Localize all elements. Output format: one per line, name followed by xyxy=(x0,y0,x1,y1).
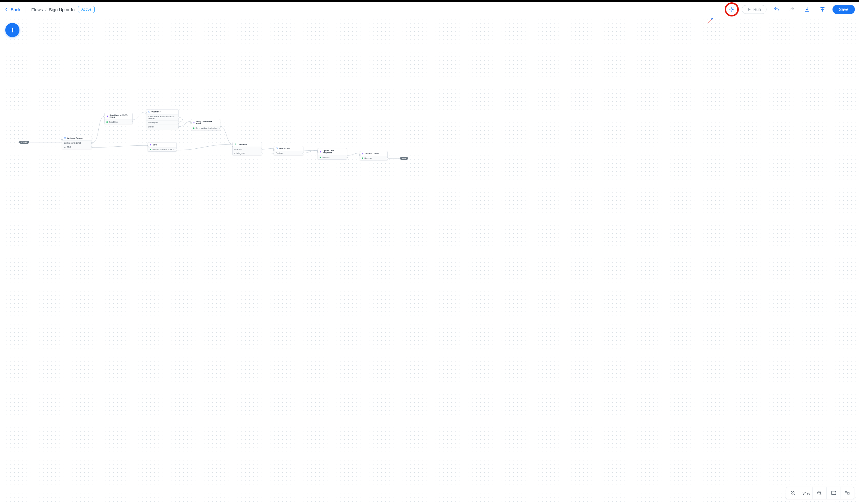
node-title: Verify OTP xyxy=(151,111,161,113)
bolt-icon xyxy=(362,153,364,155)
node-row[interactable]: new user xyxy=(233,147,261,151)
row-label: Continue with Email xyxy=(64,142,81,144)
bolt-icon xyxy=(193,122,195,124)
svg-rect-9 xyxy=(848,493,849,494)
svg-rect-4 xyxy=(276,148,278,149)
node-row[interactable]: SSO xyxy=(62,145,92,149)
save-button[interactable]: Save xyxy=(832,5,855,14)
breadcrumb: Flows / Sign Up or In xyxy=(31,7,75,12)
row-label: Success xyxy=(364,157,372,159)
arrow-left-icon xyxy=(4,7,9,12)
input-port[interactable] xyxy=(104,116,105,117)
svg-point-0 xyxy=(731,9,733,10)
play-icon xyxy=(747,7,751,11)
node-row[interactable]: Choose another authentication method xyxy=(147,114,178,121)
node-welcome-screen[interactable]: Welcome Screen Continue with Email SSO xyxy=(62,136,92,149)
input-port[interactable] xyxy=(232,145,233,147)
output-port[interactable] xyxy=(132,121,133,123)
zoom-in-icon xyxy=(817,490,822,496)
row-label: Email Sent xyxy=(109,121,118,123)
run-label: Run xyxy=(753,7,761,12)
output-port[interactable] xyxy=(346,157,348,158)
output-port[interactable] xyxy=(91,142,92,144)
output-port[interactable] xyxy=(178,122,179,123)
node-title: SSO xyxy=(153,144,157,146)
zoom-out-button[interactable] xyxy=(786,487,800,499)
status-dot xyxy=(106,121,108,123)
undo-button[interactable] xyxy=(771,4,782,15)
node-row[interactable]: Success xyxy=(318,155,347,159)
flow-canvas[interactable]: START Welcome Screen Continue with Email… xyxy=(0,17,859,504)
layout-button[interactable] xyxy=(841,487,854,499)
node-row[interactable]: Continue with Email xyxy=(62,141,92,145)
fit-view-button[interactable] xyxy=(827,487,840,499)
node-row[interactable]: Email Sent xyxy=(105,120,132,124)
svg-rect-8 xyxy=(845,491,847,493)
node-verify-otp[interactable]: Verify OTP Choose another authentication… xyxy=(146,109,179,129)
row-label: Submit xyxy=(148,126,154,128)
bolt-icon xyxy=(320,151,322,153)
redo-button[interactable] xyxy=(786,4,797,15)
input-port[interactable] xyxy=(61,139,63,140)
export-button[interactable] xyxy=(817,4,828,15)
screen-icon xyxy=(148,111,150,113)
row-label: new user xyxy=(235,148,242,150)
node-title: Verify Code / OTP / Email xyxy=(196,121,218,125)
input-port[interactable] xyxy=(190,122,192,124)
header-toolbar: Back Flows / Sign Up or In Active Run xyxy=(0,2,859,17)
input-port[interactable] xyxy=(317,151,318,153)
node-row[interactable]: Submit xyxy=(147,125,178,129)
node-row[interactable]: Send again xyxy=(147,121,178,125)
node-row[interactable]: existing user xyxy=(233,151,261,155)
output-port[interactable] xyxy=(387,157,388,159)
breadcrumb-root[interactable]: Flows xyxy=(31,7,43,12)
output-port[interactable] xyxy=(220,127,221,129)
row-label: Continue xyxy=(276,152,283,154)
output-port[interactable] xyxy=(261,153,262,154)
input-port[interactable] xyxy=(273,149,274,151)
zoom-in-button[interactable] xyxy=(813,487,826,499)
zoom-percent: 34% xyxy=(800,491,812,495)
bolt-icon xyxy=(106,115,108,117)
row-label: SSO xyxy=(67,146,71,148)
screen-icon xyxy=(276,147,278,149)
output-port[interactable] xyxy=(261,148,262,150)
node-new-screen[interactable]: New Screen Continue xyxy=(274,146,303,155)
row-label: Success xyxy=(322,156,330,158)
output-port[interactable] xyxy=(303,153,304,154)
import-button[interactable] xyxy=(802,4,812,15)
input-port[interactable] xyxy=(146,112,147,114)
node-row[interactable]: Successful authentication xyxy=(191,126,220,130)
upload-icon xyxy=(819,6,825,12)
input-port[interactable] xyxy=(359,154,361,156)
settings-button[interactable] xyxy=(726,4,737,15)
plus-icon xyxy=(9,27,16,33)
node-row[interactable]: Continue xyxy=(274,151,303,155)
add-node-button[interactable] xyxy=(5,23,19,37)
row-label: existing user xyxy=(235,152,245,154)
node-verify-code[interactable]: Verify Code / OTP / Email Successful aut… xyxy=(191,119,220,130)
node-update-user[interactable]: Update User / Properties Success xyxy=(318,148,347,160)
node-custom-claims[interactable]: Custom Claims Success xyxy=(360,151,388,160)
back-button[interactable]: Back xyxy=(4,7,20,12)
input-port[interactable] xyxy=(147,145,149,147)
layout-icon xyxy=(845,490,850,496)
screen-icon xyxy=(64,137,66,139)
output-port[interactable] xyxy=(91,146,92,148)
key-icon xyxy=(64,146,66,148)
branch-icon xyxy=(235,143,237,145)
output-port[interactable] xyxy=(178,117,179,119)
status-dot xyxy=(362,157,363,159)
run-button[interactable]: Run xyxy=(742,5,767,14)
bolt-icon xyxy=(150,144,152,146)
output-port[interactable] xyxy=(176,149,177,150)
node-row[interactable]: Successful authentication xyxy=(148,147,177,151)
node-title: Condition xyxy=(238,143,246,145)
output-port[interactable] xyxy=(178,126,179,127)
svg-rect-3 xyxy=(149,111,150,112)
node-title: New Screen xyxy=(279,147,290,149)
node-condition[interactable]: Condition new user existing user xyxy=(232,142,262,155)
node-row[interactable]: Success xyxy=(360,156,387,160)
node-sso[interactable]: SSO Successful authentication xyxy=(148,142,177,152)
node-signup-otp-email[interactable]: Sign Up or In / OTP / Email Email Sent xyxy=(104,113,133,124)
